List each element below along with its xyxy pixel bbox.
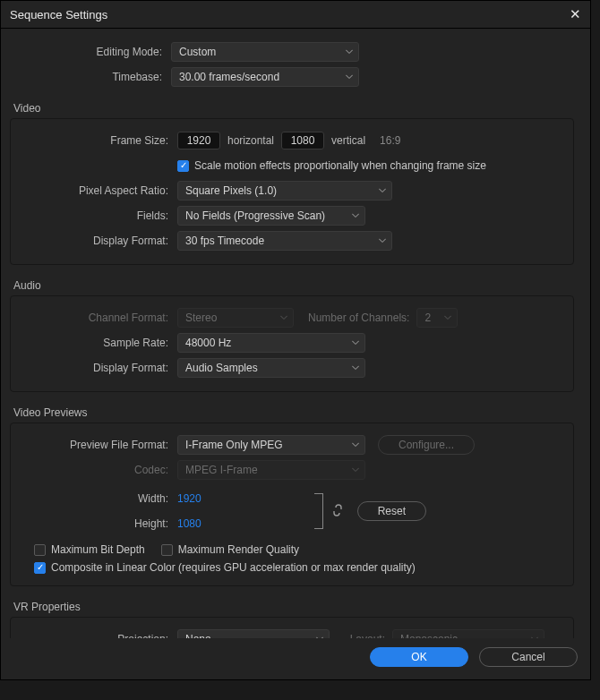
video-section-title: Video [13,102,574,115]
vr-section-title: VR Properties [13,601,574,613]
editing-mode-label: Editing Mode: [10,46,171,58]
aspect-ratio: 16:9 [380,134,400,147]
chevron-down-icon [352,366,359,371]
timebase-label: Timebase: [10,71,171,83]
cancel-button[interactable]: Cancel [479,647,578,667]
previews-section-title: Video Previews [13,406,574,419]
reset-button[interactable]: Reset [357,501,426,521]
configure-button: Configure... [378,435,475,455]
max-bit-depth-label: Maximum Bit Depth [51,543,145,556]
scale-motion-checkbox[interactable] [177,160,189,172]
horizontal-word: horizontal [227,134,274,147]
vr-panel: Projection: None Layout: Monoscopic Hori… [10,617,574,638]
fields-select[interactable]: No Fields (Progressive Scan) [177,206,365,226]
content: Editing Mode: Custom Timebase: 30.00 fra… [1,29,590,638]
chevron-down-icon [352,214,359,218]
timebase-value: 30.00 frames/second [179,71,279,83]
sample-rate-select[interactable]: 48000 Hz [177,333,365,353]
chevron-down-icon [346,50,353,55]
audio-display-format-label: Display Format: [16,362,177,374]
timebase-select[interactable]: 30.00 frames/second [171,67,359,87]
video-display-format-select[interactable]: 30 fps Timecode [177,231,392,251]
num-channels-label: Number of Channels: [308,312,409,324]
chevron-down-icon [346,75,353,80]
preview-height-label: Height: [16,517,177,530]
preview-width-label: Width: [16,492,177,505]
chevron-down-icon [352,443,359,448]
chevron-down-icon [531,637,538,639]
chevron-down-icon [280,316,287,320]
frame-size-label: Frame Size: [16,134,177,147]
audio-panel: Channel Format: Stereo Number of Channel… [10,295,574,392]
channel-format-label: Channel Format: [16,312,177,324]
frame-width-input[interactable]: 1920 [177,132,220,149]
editing-mode-select[interactable]: Custom [171,42,359,62]
max-render-quality-label: Maximum Render Quality [178,543,299,556]
audio-section-title: Audio [13,279,574,292]
preview-file-format-label: Preview File Format: [16,439,177,451]
titlebar: Sequence Settings ✕ [1,1,590,29]
audio-display-format-select[interactable]: Audio Samples [177,358,365,378]
link-icon[interactable] [332,504,343,519]
vertical-word: vertical [331,134,365,147]
channel-format-select: Stereo [177,308,294,328]
ok-button[interactable]: OK [370,647,468,667]
projection-select[interactable]: None [177,629,330,638]
composite-linear-label: Composite in Linear Color (requires GPU … [51,561,416,574]
link-bracket-icon [314,493,323,529]
preview-file-format-select[interactable]: I-Frame Only MPEG [177,435,365,455]
frame-height-input[interactable]: 1080 [281,132,324,149]
num-channels-select: 2 [416,308,458,328]
preview-height-value[interactable]: 1080 [177,517,201,530]
chevron-down-icon [352,468,359,473]
sample-rate-label: Sample Rate: [16,337,177,349]
composite-linear-checkbox[interactable] [34,562,46,574]
codec-select: MPEG I-Frame [177,460,365,480]
preview-width-value[interactable]: 1920 [177,492,201,505]
previews-panel: Preview File Format: I-Frame Only MPEG C… [10,423,574,586]
video-display-format-label: Display Format: [16,235,177,247]
scale-motion-label: Scale motion effects proportionally when… [194,159,486,172]
chevron-down-icon [444,316,451,320]
sequence-settings-dialog: Sequence Settings ✕ Editing Mode: Custom… [0,0,591,680]
dialog-title: Sequence Settings [10,8,107,21]
chevron-down-icon [379,239,386,243]
par-select[interactable]: Square Pixels (1.0) [177,181,392,201]
close-icon[interactable]: ✕ [570,6,581,22]
chevron-down-icon [316,637,323,639]
chevron-down-icon [379,189,386,193]
scale-motion-checkbox-row[interactable]: Scale motion effects proportionally when… [177,159,486,172]
dialog-footer: OK Cancel [1,638,590,679]
video-panel: Frame Size: 1920 horizontal 1080 vertica… [10,118,574,265]
codec-label: Codec: [16,464,177,476]
chevron-down-icon [352,341,359,346]
par-label: Pixel Aspect Ratio: [16,184,177,197]
fields-label: Fields: [16,209,177,222]
max-render-quality-checkbox[interactable] [161,544,173,556]
max-bit-depth-checkbox[interactable] [34,544,46,556]
layout-select: Monoscopic [392,629,544,638]
editing-mode-value: Custom [179,46,216,58]
